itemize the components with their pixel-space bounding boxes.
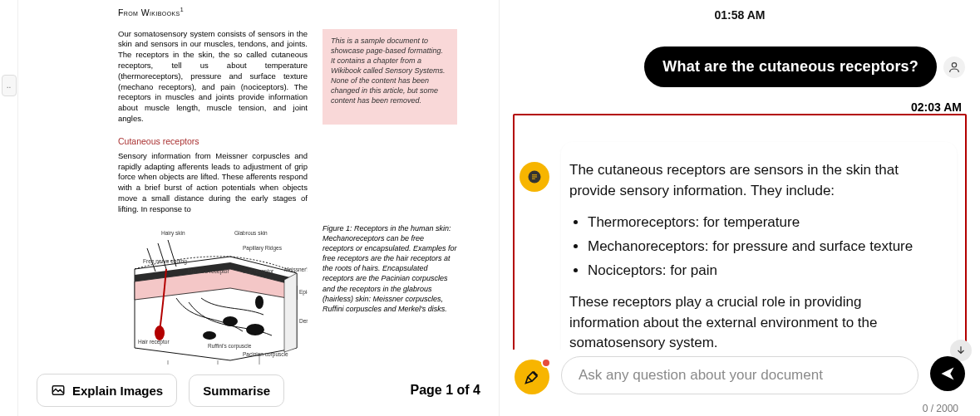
svg-point-7: [255, 296, 263, 309]
svg-point-5: [246, 324, 264, 335]
skin-cross-section-figure: Hairy skin Glabrous skin Papillary Ridge…: [118, 223, 308, 365]
document-page: From Wikibooks1 Our somatosensory system…: [43, 7, 474, 365]
svg-text:Meissner's corpuscle: Meissner's corpuscle: [284, 267, 308, 273]
assistant-icon: [527, 169, 542, 184]
char-counter: 0 / 2000: [923, 403, 958, 414]
timestamp-1: 01:58 AM: [513, 8, 967, 22]
cutaneous-paragraph: Sensory information from Meissner corpus…: [118, 151, 308, 215]
from-wikibooks-heading: From Wikibooks1: [118, 7, 474, 17]
svg-text:Pacinian corpuscle: Pacinian corpuscle: [243, 351, 288, 358]
svg-point-4: [223, 316, 238, 326]
svg-text:Hair receptor: Hair receptor: [138, 339, 170, 345]
intro-paragraph: Our somatosensory system consists of sen…: [118, 29, 308, 125]
list-item: Thermoreceptors: for temperature: [588, 213, 930, 233]
assistant-message-card: The cutaneous receptors are sensors in t…: [561, 142, 957, 350]
svg-text:Hairy skin: Hairy skin: [161, 230, 185, 237]
figure-caption: Figure 1: Receptors in the human skin: M…: [323, 223, 457, 365]
left-sidebar: ..: [0, 0, 18, 416]
assistant-outro-text: These receptors play a crucial role in p…: [569, 292, 930, 350]
svg-text:Free nerve ending: Free nerve ending: [143, 258, 187, 265]
list-item: Mechanoreceptors: for pressure and surfa…: [588, 237, 930, 257]
svg-text:Epidermis: Epidermis: [299, 289, 308, 296]
assistant-intro-text: The cutaneous receptors are sensors in t…: [569, 160, 930, 201]
svg-text:Dermis: Dermis: [299, 318, 308, 324]
sample-document-callout: This is a sample document to showcase pa…: [323, 29, 457, 125]
chat-input[interactable]: Ask any question about your document: [561, 356, 918, 394]
document-toolbar: Explain Images Summarise Page 1 of 4: [18, 365, 499, 416]
document-viewport[interactable]: From Wikibooks1 Our somatosensory system…: [18, 0, 499, 365]
cutaneous-receptors-heading: Cutaneous receptors: [118, 136, 474, 146]
chat-input-placeholder: Ask any question about your document: [579, 367, 823, 384]
explain-images-label: Explain Images: [72, 384, 163, 398]
document-pane: From Wikibooks1 Our somatosensory system…: [18, 0, 499, 416]
chat-input-bar: Ask any question about your document 0 /…: [500, 350, 980, 416]
chat-pane: 01:58 AM What are the cutaneous receptor…: [499, 0, 980, 416]
user-message-row: What are the cutaneous receptors?: [513, 46, 967, 87]
sidebar-stub[interactable]: ..: [2, 75, 17, 96]
page-indicator: Page 1 of 4: [411, 383, 480, 398]
user-avatar: [943, 56, 965, 78]
ai-response-highlight: The cutaneous receptors are sensors in t…: [513, 114, 967, 350]
svg-point-24: [952, 62, 956, 66]
timestamp-2: 02:03 AM: [513, 100, 962, 114]
summarise-button[interactable]: Summarise: [189, 374, 284, 407]
explain-images-button[interactable]: Explain Images: [37, 374, 177, 407]
svg-text:Glabrous skin: Glabrous skin: [234, 230, 268, 236]
send-button[interactable]: [930, 356, 965, 391]
svg-point-6: [203, 331, 216, 340]
assistant-avatar: [520, 162, 549, 192]
chat-scroll[interactable]: 01:58 AM What are the cutaneous receptor…: [500, 0, 980, 350]
broom-icon: [524, 369, 540, 385]
svg-text:Merkel's receptor: Merkel's receptor: [188, 268, 229, 275]
svg-text:Papillary Ridges: Papillary Ridges: [243, 245, 283, 252]
svg-text:Ruffini's corpuscle: Ruffini's corpuscle: [208, 343, 252, 350]
list-item: Nociceptors: for pain: [588, 261, 930, 281]
person-icon: [948, 61, 961, 74]
send-icon: [939, 365, 956, 382]
notification-dot: [541, 358, 551, 368]
summarise-label: Summarise: [203, 384, 270, 398]
image-icon: [51, 383, 66, 398]
user-message-bubble: What are the cutaneous receptors?: [644, 46, 937, 87]
assistant-bullet-list: Thermoreceptors: for temperature Mechano…: [588, 213, 930, 281]
svg-text:Sub receptor: Sub receptor: [243, 268, 274, 275]
clear-chat-button[interactable]: [515, 360, 549, 394]
